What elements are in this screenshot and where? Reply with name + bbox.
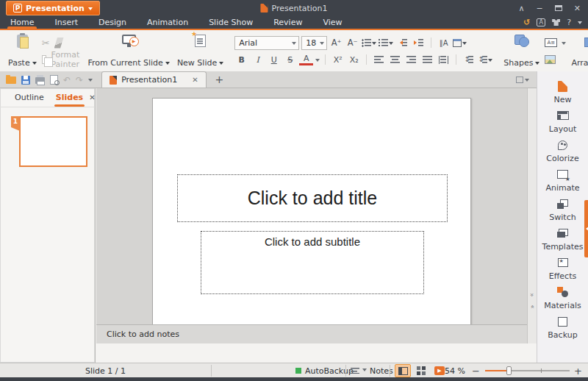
slide-canvas[interactable]: Click to add title Click to add subtitle [152, 98, 471, 335]
tab-design[interactable]: Design [88, 16, 137, 29]
strikethrough-button[interactable]: S [283, 53, 297, 67]
bullet-list-button[interactable] [362, 36, 376, 50]
decrease-font-size-button[interactable]: A⁻ [345, 36, 359, 50]
slide-thumbnail-image[interactable] [19, 116, 87, 167]
align-left-icon [374, 56, 384, 64]
line-spacing-button[interactable] [462, 53, 476, 67]
font-color-caret-icon[interactable] [315, 59, 320, 64]
next-slide-button[interactable]: » [527, 303, 537, 312]
zoom-in-button[interactable]: + [574, 363, 582, 378]
maximize-button[interactable] [555, 5, 562, 11]
font-size-combobox[interactable]: 18 [301, 36, 327, 50]
qat-customize-caret-icon[interactable] [88, 79, 93, 84]
skin-theme-icon[interactable] [552, 19, 560, 26]
spellcheck-icon[interactable]: A [537, 18, 545, 26]
print-icon[interactable] [35, 77, 45, 84]
cut-icon[interactable]: ✂ [42, 38, 50, 49]
task-sidebar: New Layout Colorize Animate Switch Templ… [537, 71, 588, 363]
tab-view[interactable]: View [312, 16, 352, 29]
normal-view-button[interactable] [395, 364, 411, 377]
sidebar-item-colorize[interactable]: Colorize [537, 139, 588, 163]
bullet-list-icon [362, 39, 371, 47]
superscript-button[interactable]: X² [331, 53, 345, 67]
tab-home[interactable]: Home [0, 16, 44, 29]
slide-sorter-button[interactable] [413, 364, 429, 377]
sidebar-item-templates[interactable]: Templates [537, 227, 588, 252]
shapes-button[interactable]: Shapes [500, 32, 543, 70]
font-color-button[interactable]: A [299, 54, 313, 65]
zoom-out-button[interactable]: − [472, 363, 480, 378]
text-orientation-button[interactable] [453, 36, 467, 50]
sidebar-collapse-handle[interactable] [584, 200, 588, 257]
arrange-button[interactable]: Arrange [567, 32, 588, 70]
paste-button[interactable]: Paste [4, 32, 40, 70]
sidebar-item-materials[interactable]: Materials [537, 286, 588, 310]
open-file-icon[interactable] [6, 76, 16, 84]
sidebar-item-new[interactable]: New [537, 80, 588, 104]
align-left-button[interactable] [372, 53, 386, 67]
align-center-button[interactable] [388, 53, 402, 67]
align-right-button[interactable] [404, 53, 418, 67]
format-painter-button[interactable]: Format Painter [51, 50, 82, 69]
increase-font-size-button[interactable]: A⁺ [329, 36, 343, 50]
tab-review[interactable]: Review [263, 16, 312, 29]
subscript-button[interactable]: X₂ [347, 53, 361, 67]
text-box-icon[interactable]: A≡ [545, 38, 557, 47]
close-panel-icon[interactable]: ✕ [89, 93, 95, 102]
sidebar-item-effects[interactable]: Effects [537, 257, 588, 281]
sidebar-item-switch[interactable]: Switch [537, 198, 588, 222]
sidebar-item-animate[interactable]: Animate [537, 168, 588, 193]
outline-tab[interactable]: Outline [9, 88, 50, 107]
copy-icon[interactable] [42, 55, 47, 64]
notes-toggle-button[interactable]: Notes [351, 363, 393, 378]
increase-indent-button[interactable] [412, 36, 426, 50]
font-name-combobox[interactable]: Arial [234, 36, 299, 50]
tab-insert[interactable]: Insert [44, 16, 88, 29]
document-tab[interactable]: Presentation1 ✕ [101, 71, 206, 88]
redo-icon[interactable]: ↷ [76, 76, 83, 85]
app-menu-button[interactable]: P Presentation [6, 1, 100, 15]
document-tab-label: Presentation1 [121, 75, 177, 85]
minimize-button[interactable]: − [537, 4, 543, 13]
tab-slide-show[interactable]: Slide Show [198, 16, 263, 29]
underline-button[interactable]: U [267, 53, 281, 67]
sidebar-item-backup[interactable]: Backup [537, 316, 588, 340]
new-icon [558, 81, 567, 92]
tab-list-button[interactable] [516, 76, 529, 88]
new-tab-button[interactable]: + [207, 74, 233, 88]
from-current-slide-button[interactable]: From Current Slide [84, 32, 173, 70]
print-preview-icon[interactable] [50, 75, 58, 85]
decrease-indent-button[interactable] [395, 36, 409, 50]
save-icon[interactable] [21, 76, 30, 85]
subtitle-placeholder[interactable]: Click to add subtitle [201, 231, 424, 294]
numbered-list-button[interactable] [379, 36, 393, 50]
tab-animation[interactable]: Animation [137, 16, 198, 29]
paragraph-spacing-button[interactable] [478, 53, 492, 67]
collapse-ribbon-button[interactable]: ∧ [519, 4, 525, 13]
ribbon-divider [431, 38, 431, 48]
bold-button[interactable]: B [234, 53, 248, 67]
help-button[interactable]: ? [567, 18, 571, 26]
zoom-slider-track[interactable] [485, 370, 570, 371]
notes-area[interactable]: Click to add notes [96, 324, 527, 343]
title-placeholder[interactable]: Click to add title [177, 174, 448, 222]
line-spacing-icon [464, 56, 473, 64]
justify-button[interactable] [420, 53, 434, 67]
slides-tab[interactable]: Slides [50, 88, 89, 107]
italic-button[interactable]: I [251, 53, 265, 67]
ribbon-divider [366, 54, 367, 65]
text-direction-button[interactable]: ∥A [437, 36, 451, 50]
new-slide-button[interactable]: New Slide [173, 32, 227, 70]
insert-picture-icon[interactable] [545, 55, 556, 64]
previous-slide-button[interactable]: » [527, 290, 537, 299]
zoom-level[interactable]: 54 % [445, 363, 465, 378]
undo-icon[interactable]: ↶ [63, 76, 71, 85]
distribute-text-button[interactable] [437, 53, 451, 67]
close-tab-icon[interactable]: ✕ [192, 76, 198, 84]
vertical-scrollbar[interactable]: » » [527, 88, 537, 343]
close-button[interactable]: ✕ [574, 4, 581, 13]
slide-thumbnail[interactable]: 1 [11, 116, 87, 167]
feedback-icon[interactable]: ↺ [523, 18, 530, 26]
sidebar-item-layout[interactable]: Layout [537, 110, 588, 134]
zoom-slider-handle[interactable] [506, 366, 512, 375]
